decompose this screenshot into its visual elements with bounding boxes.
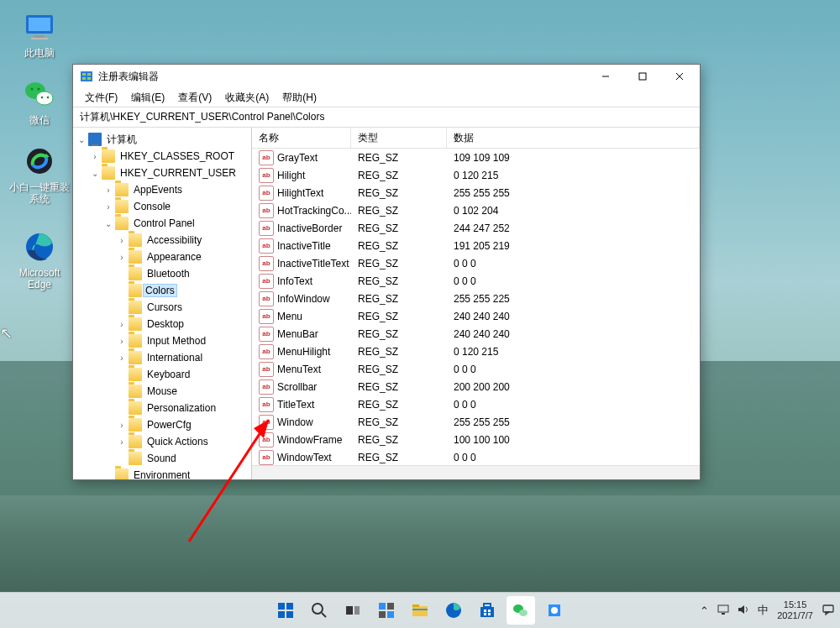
tree-cursors[interactable]: Cursors <box>76 299 251 316</box>
minimize-button[interactable] <box>587 65 624 88</box>
tree-keyboard[interactable]: Keyboard <box>76 366 251 383</box>
tree-mouse[interactable]: Mouse <box>76 383 251 400</box>
chevron-right-icon[interactable]: › <box>117 253 127 262</box>
list-row[interactable]: abMenuREG_SZ240 240 240 <box>252 307 700 325</box>
list-row[interactable]: abMenuHilightREG_SZ0 120 215 <box>252 343 700 360</box>
taskview-button[interactable] <box>339 596 367 625</box>
tree-accessibility[interactable]: ›Accessibility <box>76 232 251 249</box>
list-row[interactable]: abInactiveTitleTextREG_SZ0 0 0 <box>252 254 700 272</box>
col-data[interactable]: 数据 <box>447 128 700 148</box>
taskbar-app[interactable] <box>540 596 569 625</box>
value-type: REG_SZ <box>351 222 447 234</box>
menu-favorites[interactable]: 收藏夹(A) <box>218 89 276 107</box>
list-row[interactable]: abScrollbarREG_SZ200 200 200 <box>252 378 700 395</box>
tree-international[interactable]: ›International <box>76 349 251 366</box>
list-row[interactable]: abMenuBarREG_SZ240 240 240 <box>252 325 700 343</box>
tree-console[interactable]: ›Console <box>76 198 251 215</box>
list-body[interactable]: abGrayTextREG_SZ109 109 109abHilightREG_… <box>252 149 700 465</box>
tray-network-icon[interactable] <box>717 604 729 618</box>
value-name: MenuBar <box>277 328 318 340</box>
tree-hkcu[interactable]: ⌄ HKEY_CURRENT_USER <box>76 165 251 181</box>
value-name: WindowFrame <box>277 434 342 446</box>
chevron-down-icon[interactable]: ⌄ <box>103 219 113 228</box>
titlebar[interactable]: 注册表编辑器 <box>73 65 700 88</box>
list-row[interactable]: abHotTrackingCo...REG_SZ0 102 204 <box>252 201 700 219</box>
chevron-right-icon[interactable]: › <box>117 437 127 447</box>
taskbar-explorer[interactable] <box>406 596 434 625</box>
list-row[interactable]: abHilightREG_SZ0 120 215 <box>252 166 700 184</box>
menubar: 文件(F) 编辑(E) 查看(V) 收藏夹(A) 帮助(H) <box>73 88 700 107</box>
taskbar-edge[interactable] <box>439 596 468 625</box>
chevron-right-icon[interactable]: › <box>90 152 100 161</box>
value-name: Scrollbar <box>277 381 317 393</box>
tree-powercfg[interactable]: ›PowerCfg <box>76 416 251 433</box>
menu-view[interactable]: 查看(V) <box>171 89 218 107</box>
taskbar-wechat[interactable] <box>507 596 535 625</box>
tree-bluetooth[interactable]: Bluetooth <box>76 265 251 282</box>
tree-inputmethod[interactable]: ›Input Method <box>76 332 251 349</box>
chevron-right-icon[interactable]: › <box>117 320 127 329</box>
tree-quickactions[interactable]: ›Quick Actions <box>76 433 251 450</box>
list-row[interactable]: abMenuTextREG_SZ0 0 0 <box>252 360 700 378</box>
list-row[interactable]: abTitleTextREG_SZ0 0 0 <box>252 395 700 413</box>
widgets-button[interactable] <box>372 596 401 625</box>
list-row[interactable]: abInactiveBorderREG_SZ244 247 252 <box>252 219 700 237</box>
menu-edit[interactable]: 编辑(E) <box>124 89 171 107</box>
svg-rect-40 <box>480 607 494 617</box>
col-name[interactable]: 名称 <box>252 128 351 148</box>
chevron-right-icon[interactable]: › <box>117 421 127 430</box>
tree-root[interactable]: ⌄ 计算机 <box>76 131 251 148</box>
col-type[interactable]: 类型 <box>351 128 447 148</box>
tree-controlpanel[interactable]: ⌄Control Panel <box>76 215 251 232</box>
svg-rect-24 <box>278 603 285 610</box>
svg-rect-25 <box>286 603 293 610</box>
tree-appearance[interactable]: ›Appearance <box>76 249 251 265</box>
tray-notifications-icon[interactable] <box>822 603 835 619</box>
chevron-right-icon[interactable]: › <box>117 353 127 363</box>
menu-file[interactable]: 文件(F) <box>78 89 124 107</box>
tree-colors[interactable]: Colors <box>76 282 251 299</box>
list-row[interactable]: abGrayTextREG_SZ109 109 109 <box>252 149 700 166</box>
menu-help[interactable]: 帮助(H) <box>276 89 323 107</box>
value-name: InactiveTitle <box>277 240 331 252</box>
value-name: Menu <box>277 311 302 322</box>
tray-chevron-up-icon[interactable]: ⌃ <box>700 604 709 617</box>
address-bar[interactable]: 计算机\HKEY_CURRENT_USER\Control Panel\Colo… <box>73 107 700 128</box>
taskbar-store[interactable] <box>473 596 501 625</box>
list-row[interactable]: abInactiveTitleREG_SZ191 205 219 <box>252 237 700 254</box>
desktop-icon-edge[interactable]: Microsoft Edge <box>8 230 71 290</box>
list-row[interactable]: abWindowFrameREG_SZ100 100 100 <box>252 431 700 448</box>
value-name: InfoText <box>277 275 312 287</box>
tray-ime[interactable]: 中 <box>758 603 769 618</box>
maximize-button[interactable] <box>624 65 661 88</box>
value-name-cell: abTitleText <box>252 397 351 412</box>
desktop-icon-this-pc[interactable]: 此电脑 <box>8 10 71 59</box>
chevron-down-icon[interactable]: ⌄ <box>76 135 87 144</box>
chevron-right-icon[interactable]: › <box>103 186 113 195</box>
list-row[interactable]: abHilightTextREG_SZ255 255 255 <box>252 184 700 201</box>
search-button[interactable] <box>305 596 333 625</box>
tree-hkcr[interactable]: › HKEY_CLASSES_ROOT <box>76 148 251 165</box>
chevron-right-icon[interactable]: › <box>117 337 127 346</box>
tray-volume-icon[interactable] <box>738 604 749 618</box>
tree-appevents[interactable]: ›AppEvents <box>76 181 251 198</box>
tree-desktop[interactable]: ›Desktop <box>76 316 251 332</box>
tree-sound[interactable]: Sound <box>76 450 251 467</box>
tray-clock[interactable]: 15:15 2021/7/7 <box>777 599 813 621</box>
chevron-right-icon[interactable]: › <box>103 202 113 212</box>
tree-pane[interactable]: ⌄ 计算机 › HKEY_CLASSES_ROOT ⌄ HKEY_CURRENT… <box>73 128 252 479</box>
tree-environment[interactable]: Environment <box>76 467 251 479</box>
svg-point-9 <box>47 97 50 99</box>
tree-personalization[interactable]: Personalization <box>76 400 251 416</box>
list-row[interactable]: abInfoWindowREG_SZ255 255 225 <box>252 290 700 307</box>
desktop-icon-xiaobai[interactable]: 小白一键重装 系统 <box>8 144 71 205</box>
list-row[interactable]: abInfoTextREG_SZ0 0 0 <box>252 272 700 290</box>
list-header[interactable]: 名称 类型 数据 <box>252 128 700 149</box>
close-button[interactable] <box>661 65 698 88</box>
start-button[interactable] <box>271 596 300 625</box>
chevron-down-icon[interactable]: ⌄ <box>90 169 100 178</box>
list-row[interactable]: abWindowREG_SZ255 255 255 <box>252 413 700 431</box>
chevron-right-icon[interactable]: › <box>117 236 127 245</box>
list-row[interactable]: abWindowTextREG_SZ0 0 0 <box>252 448 700 465</box>
desktop-icon-wechat[interactable]: 微信 <box>8 77 71 126</box>
